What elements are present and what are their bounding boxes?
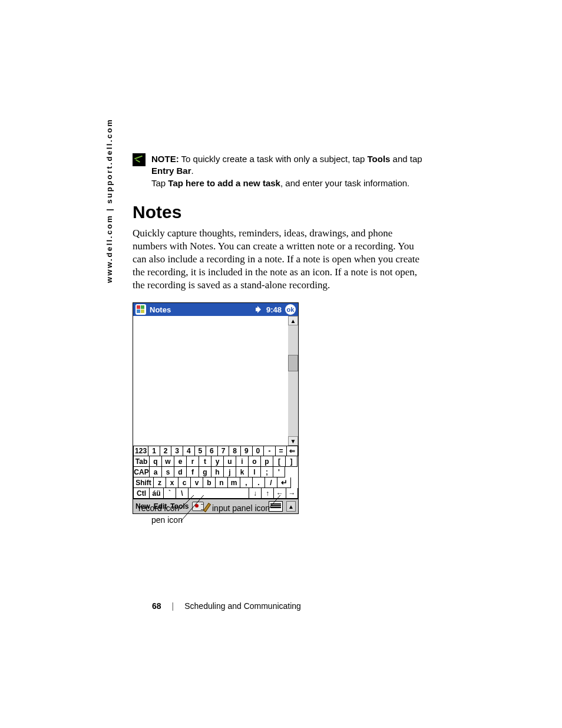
key-Tab[interactable]: Tab xyxy=(133,456,149,467)
section-heading: Notes xyxy=(133,202,427,222)
key-i[interactable]: i xyxy=(236,456,248,467)
key-0[interactable]: 0 xyxy=(252,446,264,456)
kbd-row3: CAPasdfghjkl;' xyxy=(133,467,298,477)
key-up[interactable] xyxy=(261,488,273,499)
scroll-up-button[interactable] xyxy=(288,316,298,325)
key-t[interactable]: t xyxy=(199,456,211,467)
side-url: www.dell.com | support.dell.com xyxy=(105,118,114,283)
key-][interactable]: ] xyxy=(285,456,297,467)
key-h[interactable]: h xyxy=(211,467,223,477)
menu-new[interactable]: New xyxy=(135,502,150,510)
page-number: 68 xyxy=(152,601,161,611)
key-5[interactable]: 5 xyxy=(194,446,206,456)
app-title: Notes xyxy=(150,305,171,314)
footer-divider: | xyxy=(172,601,174,611)
key-v[interactable]: v xyxy=(190,477,203,488)
kbd-row2: Tabqwertyuiop[] xyxy=(133,456,298,467)
key-8[interactable]: 8 xyxy=(229,446,240,456)
key-g[interactable]: g xyxy=(199,467,211,477)
key-Ctl[interactable]: Ctl xyxy=(133,488,149,499)
key-/[interactable]: / xyxy=(265,477,277,488)
kbd-row5: Ctláü`\ xyxy=(133,488,298,499)
key-,[interactable]: , xyxy=(240,477,252,488)
key-s[interactable]: s xyxy=(161,467,174,477)
key-Shift[interactable]: Shift xyxy=(133,477,153,488)
key-.[interactable]: . xyxy=(252,477,265,488)
body-paragraph: Quickly capture thoughts, reminders, ide… xyxy=(133,227,427,292)
sip-selector-arrow[interactable] xyxy=(286,501,296,512)
kbd-row4: Shiftzxcvbnm,./ xyxy=(133,477,298,488)
menu-edit[interactable]: Edit xyxy=(154,502,167,510)
key-=[interactable]: = xyxy=(275,446,287,456)
key-down[interactable] xyxy=(249,488,261,499)
command-bar: New Edit Tools xyxy=(133,499,298,513)
input-panel-icon[interactable] xyxy=(269,501,283,512)
key-k[interactable]: k xyxy=(236,467,248,477)
soft-keyboard[interactable]: 1231234567890-=Tabqwertyuiop[]CAPasdfghj… xyxy=(133,446,298,499)
scroll-thumb[interactable] xyxy=(288,355,298,371)
key-m[interactable]: m xyxy=(227,477,240,488)
note-prefix: NOTE: xyxy=(151,154,179,164)
key-r[interactable]: r xyxy=(186,456,199,467)
key-enter[interactable] xyxy=(277,477,291,488)
key-o[interactable]: o xyxy=(248,456,260,467)
key-4[interactable]: 4 xyxy=(183,446,194,456)
key-w[interactable]: w xyxy=(161,456,174,467)
menu-tools[interactable]: Tools xyxy=(170,502,189,510)
device-screenshot: Notes 9:48 ok 1231234567890-=Tabqwertyui… xyxy=(133,302,299,514)
key-space[interactable] xyxy=(188,488,249,499)
key-`[interactable]: ` xyxy=(163,488,176,499)
note-canvas[interactable] xyxy=(133,316,298,446)
key-l[interactable]: l xyxy=(248,467,260,477)
note-text: NOTE: To quickly create a task with only… xyxy=(151,153,427,189)
key-[[interactable]: [ xyxy=(273,456,285,467)
key-2[interactable]: 2 xyxy=(160,446,171,456)
vertical-scrollbar[interactable] xyxy=(288,316,298,446)
key-b[interactable]: b xyxy=(203,477,215,488)
key-CAP[interactable]: CAP xyxy=(133,467,149,477)
key-áü[interactable]: áü xyxy=(149,488,163,499)
key-3[interactable]: 3 xyxy=(171,446,183,456)
ok-button[interactable]: ok xyxy=(285,304,296,315)
clock-time: 9:48 xyxy=(266,305,282,314)
start-flag-icon[interactable] xyxy=(135,304,146,315)
key-\[interactable]: \ xyxy=(176,488,188,499)
key-c[interactable]: c xyxy=(178,477,190,488)
pen-icon[interactable] xyxy=(207,502,217,511)
key-f[interactable]: f xyxy=(186,467,199,477)
note-block: NOTE: To quickly create a task with only… xyxy=(133,153,427,189)
callout-pen: pen icon xyxy=(151,515,183,525)
note-check-icon xyxy=(133,153,146,166)
key-6[interactable]: 6 xyxy=(206,446,217,456)
key-'[interactable]: ' xyxy=(273,467,285,477)
key-x[interactable]: x xyxy=(166,477,178,488)
key-9[interactable]: 9 xyxy=(240,446,252,456)
key-e[interactable]: e xyxy=(174,456,186,467)
key-;[interactable]: ; xyxy=(260,467,273,477)
key-bksp[interactable] xyxy=(286,446,298,456)
key-left[interactable] xyxy=(273,488,286,499)
key-u[interactable]: u xyxy=(223,456,236,467)
key-7[interactable]: 7 xyxy=(217,446,229,456)
key--[interactable]: - xyxy=(263,446,275,456)
key-z[interactable]: z xyxy=(153,477,166,488)
key-j[interactable]: j xyxy=(223,467,236,477)
key-q[interactable]: q xyxy=(149,456,161,467)
key-right[interactable] xyxy=(286,488,298,499)
page-footer: 68 | Scheduling and Communicating xyxy=(152,601,301,611)
key-d[interactable]: d xyxy=(174,467,186,477)
key-y[interactable]: y xyxy=(211,456,223,467)
key-n[interactable]: n xyxy=(215,477,227,488)
kbd-row1: 1231234567890-= xyxy=(133,446,298,456)
scroll-down-button[interactable] xyxy=(288,436,298,446)
page-content: NOTE: To quickly create a task with only… xyxy=(133,153,427,514)
key-123[interactable]: 123 xyxy=(133,446,148,456)
chapter-title: Scheduling and Communicating xyxy=(184,601,301,611)
key-1[interactable]: 1 xyxy=(148,446,160,456)
key-a[interactable]: a xyxy=(149,467,161,477)
key-p[interactable]: p xyxy=(260,456,273,467)
record-icon[interactable] xyxy=(192,502,204,511)
titlebar: Notes 9:48 ok xyxy=(133,303,298,316)
speaker-icon[interactable] xyxy=(256,306,263,313)
